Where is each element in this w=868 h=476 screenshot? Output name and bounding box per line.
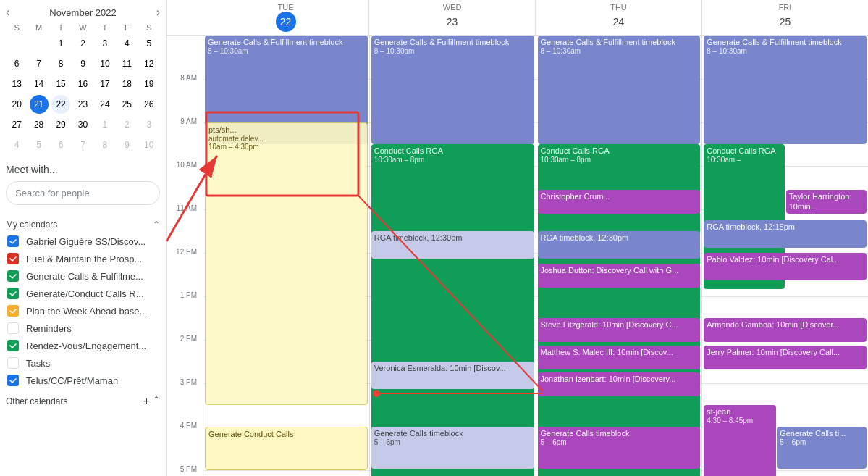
mini-day-14[interactable]: 14 xyxy=(30,75,49,93)
sidebar-item-gabriel[interactable]: Gabriel Giguère SS/Discov... xyxy=(6,233,160,250)
mini-day-12[interactable]: 12 xyxy=(140,54,159,73)
sidebar-item-generate-conduct[interactable]: Generate/Conduct Calls R... xyxy=(6,285,160,302)
event-fri-armando[interactable]: Armando Gamboa: 10min [Discover... xyxy=(704,318,867,342)
event-thu-matthew[interactable]: Matthew S. Malec III: 10min [Discov... xyxy=(538,346,701,369)
mini-day-dec10[interactable]: 10 xyxy=(140,135,159,154)
mini-day-dec1[interactable]: 1 xyxy=(96,115,114,134)
event-wed-generate-calls-timeblock[interactable]: Generate Calls timeblock 5 – 6pm xyxy=(371,427,534,469)
time-spacer xyxy=(167,36,203,79)
event-thu-jonathan[interactable]: Jonathan Izenbart: 10min [Discovery... xyxy=(538,372,701,396)
sidebar-item-rendezvous[interactable]: Rendez-Vous/Engagement... xyxy=(6,337,160,354)
mini-day-dec3[interactable]: 3 xyxy=(140,115,159,134)
event-title: Jerry Palmer: 10min [Discovery Call... xyxy=(707,347,864,357)
sidebar-item-generate-fulfillment[interactable]: Generate Calls & Fulfillme... xyxy=(6,267,160,285)
event-thu-generate-fulfillment[interactable]: Generate Calls & Fulfillment timeblock 8… xyxy=(538,36,701,144)
event-tue-conduct[interactable]: Generate Conduct Calls xyxy=(205,427,368,470)
mini-day-dec7[interactable]: 7 xyxy=(73,135,92,154)
mini-day-dec9[interactable]: 9 xyxy=(117,135,136,154)
plan-week-checkbox[interactable] xyxy=(7,305,19,317)
mini-day-17[interactable]: 17 xyxy=(96,75,114,93)
event-title: Generate Calls & Fulfillment timeblock xyxy=(208,37,365,47)
mini-day-7[interactable]: 7 xyxy=(30,54,49,73)
event-wed-veronica[interactable]: Veronica Esmeralda: 10min [Discov... xyxy=(371,362,534,389)
mini-day-3[interactable]: 3 xyxy=(96,34,114,53)
event-thu-steve[interactable]: Steve Fitzgerald: 10min [Discovery C... xyxy=(538,318,701,342)
mini-day-2[interactable]: 2 xyxy=(73,34,92,53)
mini-day-dec5[interactable]: 5 xyxy=(30,135,49,154)
mini-day-11[interactable]: 11 xyxy=(117,54,136,73)
day-num-tue[interactable]: 22 xyxy=(276,12,296,32)
generate-conduct-checkbox[interactable] xyxy=(7,288,19,299)
event-tue-note[interactable]: pts/sh... automate.delev... 10am – 4:30p… xyxy=(205,122,368,405)
generate-fulfillment-checkbox[interactable] xyxy=(7,270,19,282)
reminders-label: Reminders xyxy=(26,323,72,334)
next-month-btn[interactable]: › xyxy=(156,6,160,19)
mini-day-15[interactable]: 15 xyxy=(51,75,70,93)
reminders-checkbox[interactable] xyxy=(7,322,19,334)
rendezvous-checkbox[interactable] xyxy=(7,340,19,351)
mini-day-18[interactable]: 18 xyxy=(117,75,136,93)
event-fri-taylor[interactable]: Taylor Harrington: 10min... xyxy=(786,190,867,214)
mini-day-5[interactable]: 5 xyxy=(140,34,159,53)
day-num-fri[interactable]: 25 xyxy=(775,12,796,32)
event-thu-christopher[interactable]: Christopher Crum... xyxy=(538,190,701,214)
mini-day-25[interactable]: 25 xyxy=(117,95,136,114)
mini-day-dec8[interactable]: 8 xyxy=(96,135,114,154)
sidebar-item-tasks[interactable]: Tasks xyxy=(6,354,160,372)
mini-day-1[interactable]: 1 xyxy=(51,34,70,53)
sidebar-item-plan-week[interactable]: Plan the Week Ahead base... xyxy=(6,302,160,320)
event-fri-rga-timeblock[interactable]: RGA timeblock, 12:15pm xyxy=(704,220,867,248)
sidebar-item-reminders[interactable]: Reminders xyxy=(6,320,160,337)
dow-t1: T xyxy=(50,22,72,33)
mini-day-24[interactable]: 24 xyxy=(96,95,114,114)
mini-day-26[interactable]: 26 xyxy=(140,95,159,114)
mini-day-4[interactable]: 4 xyxy=(117,34,136,53)
mini-day-dec4[interactable]: 4 xyxy=(7,135,26,154)
fuel-checkbox[interactable] xyxy=(7,253,19,264)
event-title: Conduct Calls RGA xyxy=(374,146,531,156)
prev-month-btn[interactable]: ‹ xyxy=(6,6,9,19)
mini-day-13[interactable]: 13 xyxy=(7,75,26,93)
mini-day-23[interactable]: 23 xyxy=(73,95,92,114)
mini-day-29[interactable]: 29 xyxy=(51,115,70,134)
gabriel-checkbox[interactable] xyxy=(7,235,19,247)
event-fri-jerry[interactable]: Jerry Palmer: 10min [Discovery Call... xyxy=(704,346,867,369)
mini-day-dec2[interactable]: 2 xyxy=(117,115,136,134)
event-thu-generate-calls-timeblock[interactable]: Generate Calls timeblock 5 – 6pm xyxy=(538,427,701,469)
event-time: 5 – 6pm xyxy=(541,438,698,446)
event-thu-rga-timeblock[interactable]: RGA timeblock, 12:30pm xyxy=(538,231,701,259)
mini-day-22[interactable]: 22 xyxy=(51,95,70,114)
event-title: Generate Calls & Fulfillment timeblock xyxy=(374,37,531,47)
event-fri-stjean[interactable]: st-jean 4:30 – 8:45pm xyxy=(704,405,776,476)
event-thu-joshua[interactable]: Joshua Dutton: Discovery Call with G... xyxy=(538,264,701,288)
event-fri-generate-fulfillment[interactable]: Generate Calls & Fulfillment timeblock 8… xyxy=(704,36,867,144)
event-fri-pablo[interactable]: Pablo Valdez: 10min [Discovery Cal... xyxy=(704,253,867,280)
mini-day-6[interactable]: 6 xyxy=(7,54,26,73)
day-num-wed[interactable]: 23 xyxy=(442,12,463,32)
mini-day-20[interactable]: 20 xyxy=(7,95,26,114)
sidebar-item-fuel[interactable]: Fuel & Maintain the Prosp... xyxy=(6,250,160,267)
mini-day-21[interactable]: 21 xyxy=(30,95,49,114)
event-title: Steve Fitzgerald: 10min [Discovery C... xyxy=(541,320,698,330)
mini-day-30[interactable]: 30 xyxy=(73,115,92,134)
day-num-thu[interactable]: 24 xyxy=(609,12,629,32)
event-time: 10:30am – 8pm xyxy=(374,156,531,164)
event-wed-rga-timeblock[interactable]: RGA timeblock, 12:30pm xyxy=(371,231,534,259)
search-people-input[interactable] xyxy=(6,181,160,205)
add-other-calendar-btn[interactable]: + xyxy=(143,395,150,408)
event-fri-generate-calls-timeblock[interactable]: Generate Calls ti... 5 – 6pm xyxy=(777,427,867,469)
telus-checkbox[interactable] xyxy=(7,375,19,386)
mini-day-9[interactable]: 9 xyxy=(73,54,92,73)
event-wed-generate-fulfillment[interactable]: Generate Calls & Fulfillment timeblock 8… xyxy=(371,36,534,144)
tasks-checkbox[interactable] xyxy=(7,357,19,369)
mini-day-10[interactable]: 10 xyxy=(96,54,114,73)
sidebar-item-telus[interactable]: Telus/CC/Prêt/Maman xyxy=(6,372,160,389)
mini-day-27[interactable]: 27 xyxy=(7,115,26,134)
my-calendars-chevron[interactable]: ⌃ xyxy=(153,220,160,230)
mini-day-19[interactable]: 19 xyxy=(140,75,159,93)
mini-day-dec6[interactable]: 6 xyxy=(51,135,70,154)
mini-day-8[interactable]: 8 xyxy=(51,54,70,73)
other-calendars-chevron[interactable]: ⌃ xyxy=(153,395,160,408)
mini-day-28[interactable]: 28 xyxy=(30,115,49,134)
mini-day-16[interactable]: 16 xyxy=(73,75,92,93)
